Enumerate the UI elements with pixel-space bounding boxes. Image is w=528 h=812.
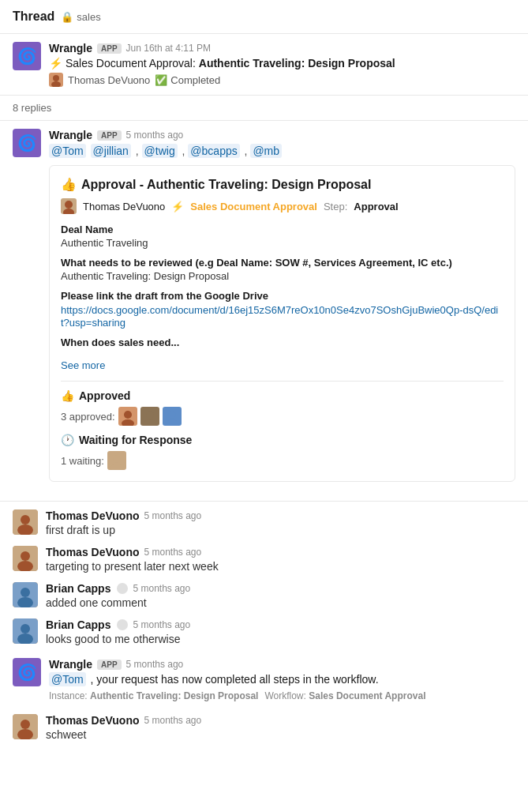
field-deal-name-label: Deal Name [61, 224, 504, 235]
approval-meta-name: Thomas DeVuono [83, 201, 165, 212]
reply-4: Brian Capps 5 months ago looks good to m… [0, 614, 528, 650]
reply-1-content: Thomas DeVuono 5 months ago first draft … [46, 509, 515, 536]
drive-link[interactable]: https://docs.google.com/document/d/16ej1… [61, 304, 498, 329]
reply-4-text: looks good to me otherwise [46, 633, 515, 645]
reply-3-text: added one comment [46, 596, 515, 609]
second-message: 🌀 Wrangle APP 5 months ago @Tom @jillian… [0, 121, 528, 498]
svg-point-9 [166, 419, 178, 426]
field-when: When does sales need... [61, 336, 504, 348]
workflow-message-author: Wrangle [49, 658, 92, 671]
workflow-mention-tom[interactable]: @Tom [49, 672, 86, 686]
approval-card: 👍 Approval - Authentic Traveling: Design… [49, 165, 515, 482]
svg-point-0 [53, 75, 59, 81]
completed-text: Completed [170, 74, 220, 86]
completed-badge: ✅ Completed [155, 74, 220, 86]
reply-1-timestamp: 5 months ago [144, 510, 202, 521]
mention-jillian[interactable]: @jillian [91, 144, 131, 158]
step-label: Step: [324, 201, 347, 212]
step-value: Approval [354, 201, 398, 212]
workflow-message-header: Wrangle APP 5 months ago [49, 658, 515, 671]
svg-point-8 [168, 411, 176, 419]
last-reply-timestamp: 5 months ago [144, 715, 202, 726]
thread-title: Thread [13, 9, 54, 24]
reply-4-content: Brian Capps 5 months ago looks good to m… [46, 618, 515, 645]
mention-bcapps[interactable]: @bcapps [188, 144, 239, 158]
reply-3-avatar [13, 582, 38, 607]
svg-point-5 [122, 419, 134, 426]
second-message-timestamp: 5 months ago [126, 130, 184, 141]
approved-icon: 👍 [61, 389, 74, 402]
completed-emoji: ✅ [155, 74, 167, 86]
field-review-value: Authentic Traveling: Design Proposal [61, 270, 504, 282]
workflow-message: 🌀 Wrangle APP 5 months ago @Tom , your r… [0, 650, 528, 709]
approver-1-avatar [118, 407, 137, 426]
reply-3-header: Brian Capps 5 months ago [46, 582, 515, 595]
reply-2-text: targeting to present later next week [46, 560, 515, 573]
workflow-notification-meta: Instance: Authentic Traveling: Design Pr… [49, 690, 515, 701]
reply-2-header: Thomas DeVuono 5 months ago [46, 546, 515, 558]
field-review-label: What needs to be reviewed (e.g Deal Name… [61, 257, 504, 269]
approver-3-avatar [163, 407, 182, 426]
first-message-meta-name: Thomas DeVuono [68, 74, 150, 86]
svg-point-19 [21, 588, 30, 597]
waiting-title: 🕐 Waiting for Response [61, 434, 504, 446]
reply-1: Thomas DeVuono 5 months ago first draft … [0, 505, 528, 541]
approver-2-avatar [140, 407, 159, 426]
first-message-author: Wrangle [49, 42, 92, 55]
last-reply-avatar [13, 714, 38, 739]
reply-4-author: Brian Capps [46, 618, 110, 631]
mentions-row: @Tom @jillian , @twig , @bcapps , @mb [49, 145, 515, 157]
workflow-message-timestamp: 5 months ago [126, 659, 184, 670]
reply-1-avatar [13, 509, 38, 535]
reply-4-header: Brian Capps 5 months ago [46, 618, 515, 631]
reply-3: Brian Capps 5 months ago added one comme… [0, 577, 528, 614]
last-reply-content: Thomas DeVuono 5 months ago schweet [46, 714, 515, 741]
thomas-meta-avatar [49, 73, 63, 87]
thumbs-up-icon: 👍 [61, 177, 77, 192]
first-message-content: Wrangle APP Jun 16th at 4:11 PM ⚡ Sales … [49, 42, 515, 87]
second-message-content: Wrangle APP 5 months ago @Tom @jillian ,… [49, 129, 515, 490]
approved-title: 👍 Approved [61, 389, 504, 402]
clock-icon: 🕐 [61, 434, 74, 446]
mention-tom[interactable]: @Tom [49, 144, 86, 158]
svg-point-1 [51, 81, 61, 87]
workflow-label: Workflow: [264, 690, 309, 701]
channel-info: 🔒 sales [61, 11, 100, 23]
svg-point-22 [21, 624, 30, 633]
svg-point-10 [113, 455, 121, 463]
see-more-link[interactable]: See more [61, 359, 105, 371]
reply-2: Thomas DeVuono 5 months ago targeting to… [0, 541, 528, 577]
lock-icon: 🔒 [61, 11, 73, 23]
wrangle-avatar-3: 🌀 [13, 658, 41, 686]
last-reply: Thomas DeVuono 5 months ago schweet [0, 709, 528, 746]
replies-divider: 8 replies [0, 95, 528, 121]
waiting-section: 🕐 Waiting for Response 1 waiting: [61, 434, 504, 470]
waiting-count: 1 waiting: [61, 455, 104, 467]
mention-twig[interactable]: @twig [142, 144, 178, 158]
wrangle-avatar: 🌀 [13, 42, 41, 70]
thread-header: Thread 🔒 sales [0, 0, 528, 34]
first-message: 🌀 Wrangle APP Jun 16th at 4:11 PM ⚡ Sale… [0, 34, 528, 95]
last-reply-author: Thomas DeVuono [46, 714, 140, 727]
mention-mb[interactable]: @mb [250, 144, 282, 158]
field-deal-name: Deal Name Authentic Traveling [61, 224, 504, 249]
second-message-app-badge: APP [97, 130, 122, 141]
waiter-1-avatar [107, 451, 126, 470]
wrangle-avatar-2: 🌀 [13, 129, 41, 157]
svg-point-13 [21, 515, 30, 524]
waiting-row: 1 waiting: [61, 451, 504, 470]
workflow-emoji: ⚡ [171, 201, 184, 212]
last-reply-text: schweet [46, 728, 515, 741]
field-drive-link: Please link the draft from the Google Dr… [61, 290, 504, 329]
reply-1-text: first draft is up [46, 524, 515, 536]
workflow-message-content: Wrangle APP 5 months ago @Tom , your req… [49, 658, 515, 701]
reply-2-avatar [13, 546, 38, 571]
field-deal-name-value: Authentic Traveling [61, 237, 504, 249]
second-message-header: Wrangle APP 5 months ago [49, 129, 515, 141]
first-message-body: ⚡ Sales Document Approval: Authentic Tra… [49, 57, 515, 70]
workflow-name: Sales Document Approval [190, 201, 317, 212]
svg-point-25 [21, 720, 30, 729]
approval-card-title: 👍 Approval - Authentic Traveling: Design… [61, 177, 504, 192]
field-when-label: When does sales need... [61, 336, 504, 348]
replies-count: 8 replies [13, 102, 51, 114]
